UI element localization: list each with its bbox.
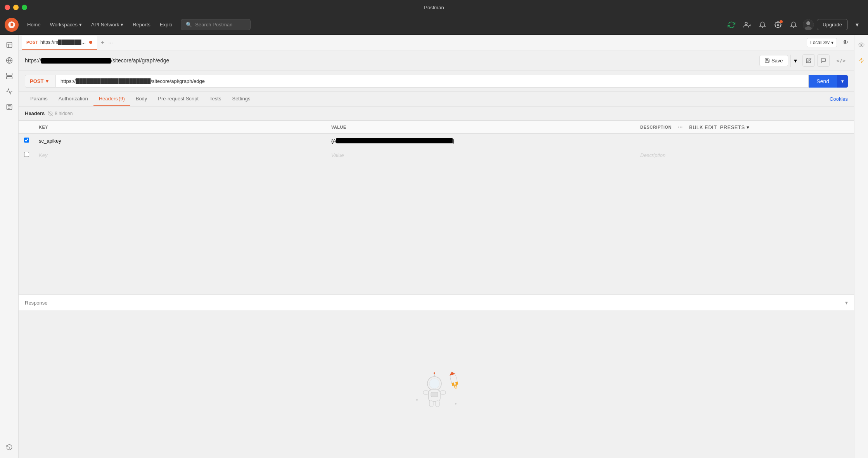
svg-rect-35: [440, 391, 446, 394]
tab-more-button[interactable]: ···: [108, 40, 113, 46]
tab-url: https://m█████████: [40, 40, 87, 45]
tab-method: POST: [26, 40, 38, 45]
search-bar[interactable]: 🔍 Search Postman: [181, 19, 251, 30]
chevron-down-icon: ▾: [46, 78, 48, 84]
tab-prerequest[interactable]: Pre-request Script: [152, 92, 204, 106]
nav-explore[interactable]: Explo: [156, 19, 176, 30]
tab-body[interactable]: Body: [130, 92, 153, 106]
send-dropdown-button[interactable]: ▾: [837, 75, 848, 88]
column-options-icon[interactable]: ···: [675, 124, 686, 130]
maximize-button[interactable]: [22, 5, 27, 10]
nav-api-network[interactable]: API Network ▾: [87, 19, 127, 30]
main-layout: POST https://m█████████ + ··· LocalDev ▾…: [0, 35, 868, 458]
row-key-cell[interactable]: sc_apikey: [34, 134, 327, 148]
headers-section: Headers 8 hidden: [19, 107, 854, 121]
upgrade-button[interactable]: Upgrade: [817, 19, 848, 30]
save-button-group[interactable]: Save: [759, 55, 788, 66]
headers-table-container: KEY VALUE DESCRIPTION ··· Bulk Edit: [19, 121, 854, 162]
svg-point-40: [434, 372, 435, 374]
environments-icon[interactable]: [2, 53, 16, 67]
row-checkbox[interactable]: [24, 138, 29, 143]
postman-logo[interactable]: [5, 18, 19, 32]
monitors-icon[interactable]: [2, 84, 16, 98]
chevron-down-icon: ▾: [831, 40, 833, 45]
chevron-down-icon: ▾: [79, 22, 82, 28]
row-value-cell[interactable]: {A}: [327, 134, 636, 148]
nav-workspaces[interactable]: Workspaces ▾: [46, 19, 86, 30]
row-checkbox-cell-2[interactable]: [19, 148, 34, 162]
window-controls[interactable]: [5, 5, 27, 10]
request-tabs: Params Authorization Headers(9) Body Pre…: [19, 92, 854, 107]
settings-icon[interactable]: [772, 19, 784, 31]
environment-selector[interactable]: LocalDev ▾: [807, 38, 837, 47]
row-desc-cell[interactable]: [636, 134, 854, 148]
minimize-button[interactable]: [13, 5, 19, 10]
svg-rect-14: [6, 77, 12, 79]
row-checkbox-2[interactable]: [24, 152, 29, 157]
response-section[interactable]: Response ▾: [19, 294, 854, 310]
th-value: VALUE: [327, 121, 636, 134]
svg-point-32: [429, 379, 439, 389]
collections-icon[interactable]: [2, 38, 16, 52]
add-collaborator-icon[interactable]: [741, 19, 753, 31]
request-url-display: https:///sitecore/api/graph/edge: [25, 57, 755, 64]
mock-servers-icon[interactable]: [2, 69, 16, 83]
svg-rect-13: [6, 73, 12, 76]
tab-authorization[interactable]: Authorization: [53, 92, 93, 106]
svg-point-41: [861, 44, 862, 46]
alerts-icon[interactable]: [787, 19, 800, 31]
table-row: Key Value Description: [19, 148, 854, 162]
avatar[interactable]: [803, 19, 814, 30]
tab-settings[interactable]: Settings: [227, 92, 256, 106]
history-icon[interactable]: [2, 441, 16, 455]
notification-bell-icon[interactable]: [756, 19, 769, 31]
flows-icon[interactable]: [2, 100, 16, 114]
close-button[interactable]: [5, 5, 10, 10]
tab-tests[interactable]: Tests: [204, 92, 227, 106]
eye-icon[interactable]: 👁: [840, 37, 851, 48]
chevron-down-icon: ▾: [747, 124, 750, 130]
nav-reports[interactable]: Reports: [129, 19, 154, 30]
url-input[interactable]: [56, 75, 809, 88]
nav-home[interactable]: Home: [23, 19, 45, 30]
send-button[interactable]: Send: [809, 75, 837, 88]
astronaut-illustration: [405, 361, 467, 408]
headers-table: KEY VALUE DESCRIPTION ··· Bulk Edit: [19, 121, 854, 162]
svg-rect-34: [423, 391, 429, 394]
edit-icon[interactable]: [802, 54, 815, 67]
tab-right: LocalDev ▾ 👁: [807, 37, 851, 48]
content-wrapper: POST https://m█████████ + ··· LocalDev ▾…: [19, 35, 854, 458]
eye-sidebar-icon[interactable]: [854, 38, 868, 52]
cookies-link[interactable]: Cookies: [830, 96, 848, 102]
header-actions: Save ▾: [759, 54, 830, 67]
window-title: Postman: [424, 5, 444, 10]
unsaved-dot: [89, 41, 92, 44]
row-desc-placeholder[interactable]: Description: [636, 148, 854, 162]
row-checkbox-cell[interactable]: [19, 134, 34, 148]
save-dropdown-button[interactable]: ▾: [790, 55, 800, 67]
title-bar: Postman: [0, 0, 868, 15]
new-tab-button[interactable]: +: [98, 39, 107, 46]
presets-button[interactable]: Presets ▾: [720, 124, 749, 130]
active-tab[interactable]: POST https://m█████████: [22, 36, 97, 50]
svg-rect-38: [431, 392, 438, 397]
tab-params[interactable]: Params: [25, 92, 53, 106]
svg-rect-36: [429, 401, 433, 407]
astronaut-area: [19, 310, 854, 458]
request-header: https:///sitecore/api/graph/edge Save ▾: [19, 50, 854, 71]
row-key-placeholder[interactable]: Key: [34, 148, 327, 162]
svg-rect-8: [7, 42, 12, 48]
row-value-placeholder[interactable]: Value: [327, 148, 636, 162]
method-selector[interactable]: POST ▾: [25, 75, 56, 88]
code-view-button[interactable]: </>: [834, 55, 848, 66]
tab-headers[interactable]: Headers(9): [93, 92, 130, 106]
th-description: DESCRIPTION ··· Bulk Edit Presets ▾: [636, 121, 854, 134]
svg-point-22: [416, 399, 418, 401]
sync-icon[interactable]: [725, 19, 738, 31]
lightning-sidebar-icon[interactable]: [854, 53, 868, 67]
comment-icon[interactable]: [817, 54, 830, 67]
bulk-edit-button[interactable]: Bulk Edit: [689, 124, 717, 130]
expand-icon[interactable]: ▾: [851, 19, 863, 31]
right-sidebar: [854, 35, 868, 458]
left-sidebar: [0, 35, 19, 458]
